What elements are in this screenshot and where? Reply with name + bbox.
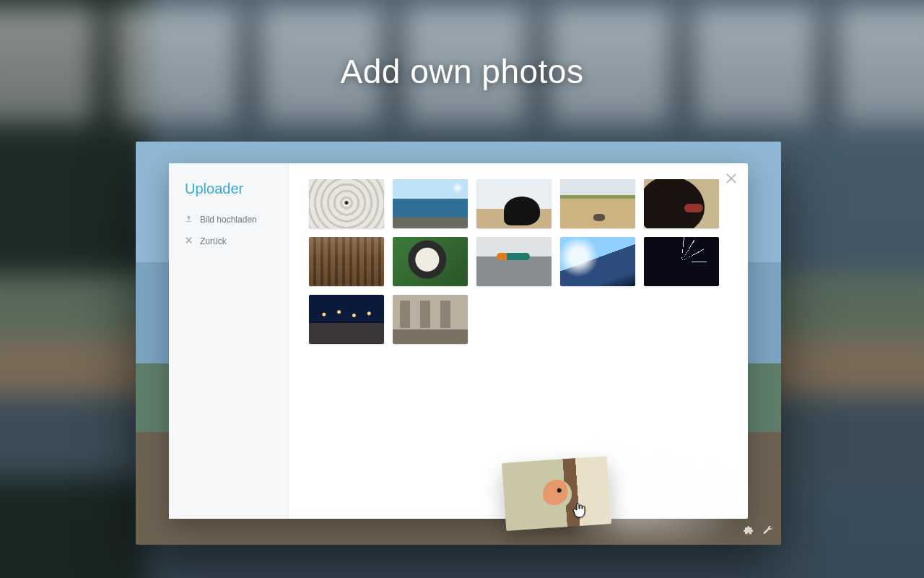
thumbnail[interactable]	[393, 237, 468, 286]
sidebar-item-label: Bild hochladen	[200, 215, 257, 225]
close-icon	[185, 236, 193, 246]
sidebar-item-upload[interactable]: Bild hochladen	[169, 209, 288, 230]
thumbnail[interactable]	[393, 179, 468, 228]
thumbnail[interactable]	[309, 179, 384, 228]
puzzle-icon[interactable]	[744, 525, 755, 539]
thumbnail[interactable]	[644, 237, 719, 286]
thumbnail[interactable]	[476, 237, 552, 286]
uploader-sidebar: Uploader Bild hochladen Zurück	[169, 163, 289, 519]
thumbnail[interactable]	[309, 237, 384, 286]
window-tool-icons	[744, 525, 774, 539]
overlay-title: Add own photos	[0, 52, 924, 91]
sidebar-item-back[interactable]: Zurück	[169, 230, 288, 252]
thumbnail[interactable]	[560, 237, 635, 286]
thumbnail-grid	[309, 179, 728, 344]
uploader-modal: Uploader Bild hochladen Zurück	[169, 163, 748, 519]
thumbnail[interactable]	[309, 295, 384, 344]
thumbnail[interactable]	[393, 295, 468, 344]
wrench-icon[interactable]	[762, 525, 774, 539]
sidebar-title: Uploader	[169, 181, 288, 209]
uploader-content	[289, 163, 748, 519]
app-window: Uploader Bild hochladen Zurück	[136, 142, 781, 545]
thumbnail[interactable]	[476, 179, 552, 228]
sidebar-item-label: Zurück	[200, 236, 227, 246]
upload-icon	[185, 215, 193, 225]
modal-close-button[interactable]	[725, 172, 738, 185]
thumbnail[interactable]	[644, 179, 719, 228]
thumbnail[interactable]	[560, 179, 635, 228]
